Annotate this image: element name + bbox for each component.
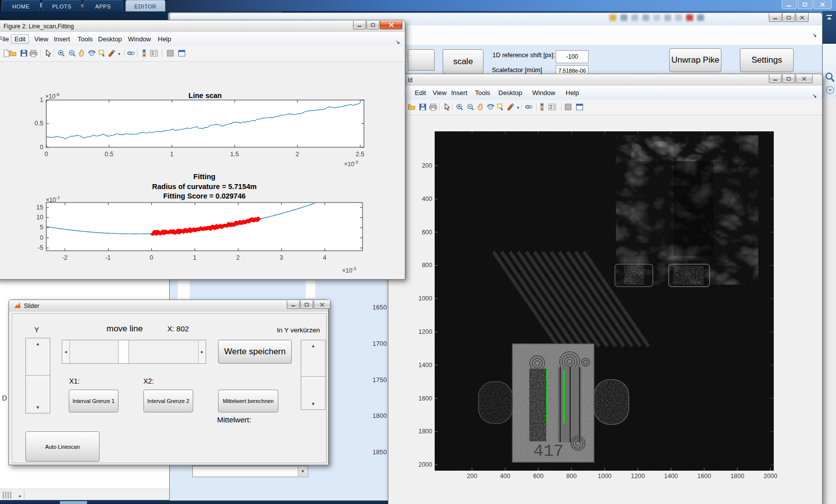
interval-grenze1-button[interactable]: Interval Grenze 1 [69, 390, 119, 412]
scale-button[interactable]: scale [443, 49, 483, 74]
gui-close-button[interactable] [796, 13, 809, 22]
mittelwert-berechnen-button[interactable]: Mittelwert berechnen [218, 390, 278, 412]
menu-item-insert[interactable]: Insert [54, 35, 70, 43]
tab-apps[interactable]: APPS [83, 0, 123, 11]
slider-minimize-button[interactable] [287, 301, 300, 309]
slider-maximize-button[interactable] [300, 301, 313, 309]
zoom-out-icon[interactable] [467, 103, 475, 111]
insert-legend-icon[interactable] [548, 103, 556, 111]
dock-arrange-icon[interactable] [564, 103, 572, 111]
collapse-panel-icon[interactable] [826, 14, 834, 21]
rotate-3d-icon[interactable] [486, 103, 494, 111]
save-icon[interactable] [20, 49, 28, 57]
werte-speichern-button[interactable]: Werte speichern [218, 340, 292, 364]
cursor-arrow-icon[interactable] [44, 49, 52, 57]
zoom-out-icon[interactable] [68, 49, 76, 57]
slider-right-arrow[interactable]: ► [198, 340, 206, 363]
brush-dropdown-icon[interactable]: ▼ [516, 106, 520, 109]
link-plots-icon[interactable] [525, 103, 533, 111]
tab-editor[interactable]: EDITOR [125, 0, 165, 11]
field-close-button[interactable] [796, 75, 813, 83]
field-image[interactable]: 417 [435, 131, 774, 471]
in-y-scrollbar[interactable]: ▲ ▼ [301, 340, 326, 410]
slider-titlebar[interactable] [9, 300, 328, 311]
print-icon[interactable] [429, 103, 437, 111]
in-y-scroll-down-icon[interactable]: ▼ [301, 402, 325, 406]
zoom-in-icon[interactable] [456, 103, 464, 111]
gui-dock-arrow-icon[interactable]: ↘ [812, 32, 817, 38]
pan-hand-icon[interactable] [477, 103, 484, 111]
menu-item-help[interactable]: Help [158, 35, 171, 43]
cursor-arrow-icon[interactable] [443, 103, 451, 111]
y-scrollbar[interactable]: ▲ ▼ [25, 338, 50, 413]
brush-dropdown-icon[interactable]: ▼ [118, 52, 121, 56]
menu-item-window[interactable]: Window [128, 35, 151, 43]
ref-shift-input[interactable] [556, 50, 589, 63]
move-line-slider[interactable]: ◄ ► [62, 340, 206, 364]
menu-item-desktop[interactable]: Desktop [498, 89, 522, 97]
figure2-minimize-button[interactable] [353, 21, 366, 29]
in-y-scroll-up-icon[interactable]: ▲ [301, 343, 325, 348]
tab-home[interactable]: HOME [1, 0, 40, 11]
save-icon[interactable] [419, 103, 427, 111]
figure2-dock-arrow-icon[interactable]: ↘ [395, 39, 400, 45]
statusbar-collapse-arrow[interactable]: ▲ [18, 494, 22, 498]
unwrap-pike-button[interactable]: Unwrap Pike [669, 48, 721, 72]
dock-figure-icon[interactable] [178, 49, 186, 57]
y-scroll-up-icon[interactable]: ▲ [26, 341, 50, 346]
field-minimize-button[interactable] [769, 75, 782, 83]
interval-grenze2-button[interactable]: Interval Grenze 2 [143, 390, 193, 412]
menu-item-view[interactable]: View [433, 89, 447, 97]
rotate-3d-icon[interactable] [88, 49, 96, 57]
menu-item-desktop[interactable]: Desktop [98, 35, 122, 43]
y-scroll-down-icon[interactable]: ▼ [26, 405, 50, 410]
main-maximize-button[interactable] [798, 0, 813, 9]
gui-combobox[interactable]: ▼ [192, 466, 308, 477]
combobox-dropdown-arrow[interactable]: ▼ [298, 467, 307, 476]
gui-minimize-button[interactable] [769, 13, 782, 22]
insert-colorbar-icon[interactable] [140, 49, 148, 57]
zoom-in-icon[interactable] [57, 49, 65, 57]
figure2-maximize-button[interactable] [366, 21, 379, 29]
main-minimize-button[interactable] [782, 0, 797, 9]
insert-colorbar-icon[interactable] [538, 103, 546, 111]
figure2-close-button[interactable] [380, 21, 402, 29]
menu-item-tools[interactable]: Tools [78, 35, 93, 43]
auto-linescan-button[interactable]: Auto Linescan [25, 431, 100, 462]
dock-arrange-icon[interactable] [166, 49, 174, 57]
statusbar-grip[interactable] [2, 492, 15, 499]
search-icon[interactable] [825, 72, 836, 84]
chevron-circle-icon[interactable] [826, 86, 835, 95]
link-plots-icon[interactable] [127, 49, 135, 57]
field-maximize-button[interactable] [782, 75, 795, 83]
menu-item-view[interactable]: View [34, 35, 48, 43]
menu-item-edit[interactable]: Edit [11, 34, 29, 44]
menu-item-file[interactable]: File [0, 35, 9, 43]
data-cursor-icon[interactable] [496, 103, 504, 111]
gui-partial-button[interactable] [408, 49, 435, 71]
pan-hand-icon[interactable] [78, 49, 86, 57]
menu-item-window[interactable]: Window [532, 89, 555, 97]
tab-plots[interactable]: PLOTS [42, 0, 82, 11]
main-close-button[interactable] [814, 0, 832, 9]
print-icon[interactable] [29, 49, 37, 57]
brush-icon[interactable] [108, 49, 116, 57]
menu-item-insert[interactable]: Insert [451, 89, 468, 97]
slider-left-arrow[interactable]: ◄ [62, 340, 70, 363]
field-dock-arrow-icon[interactable]: ↘ [812, 93, 817, 99]
dock-figure-icon[interactable] [576, 103, 584, 111]
open-folder-icon[interactable] [408, 103, 416, 111]
slider-thumb[interactable] [118, 340, 129, 363]
field-image-axes[interactable]: 417 [435, 131, 774, 471]
settings-button[interactable]: Settings [740, 48, 794, 72]
menu-item-tools[interactable]: Tools [475, 89, 490, 97]
brush-icon[interactable] [506, 103, 514, 111]
menu-item-help[interactable]: Help [566, 89, 579, 97]
insert-legend-icon[interactable] [150, 49, 158, 57]
field-figure-titlebar[interactable] [388, 74, 822, 86]
open-folder-icon[interactable] [9, 49, 17, 57]
slider-close-button[interactable] [314, 301, 331, 309]
data-cursor-icon[interactable] [98, 49, 106, 57]
menu-item-edit[interactable]: Edit [415, 89, 426, 97]
gui-maximize-button[interactable] [782, 13, 795, 22]
